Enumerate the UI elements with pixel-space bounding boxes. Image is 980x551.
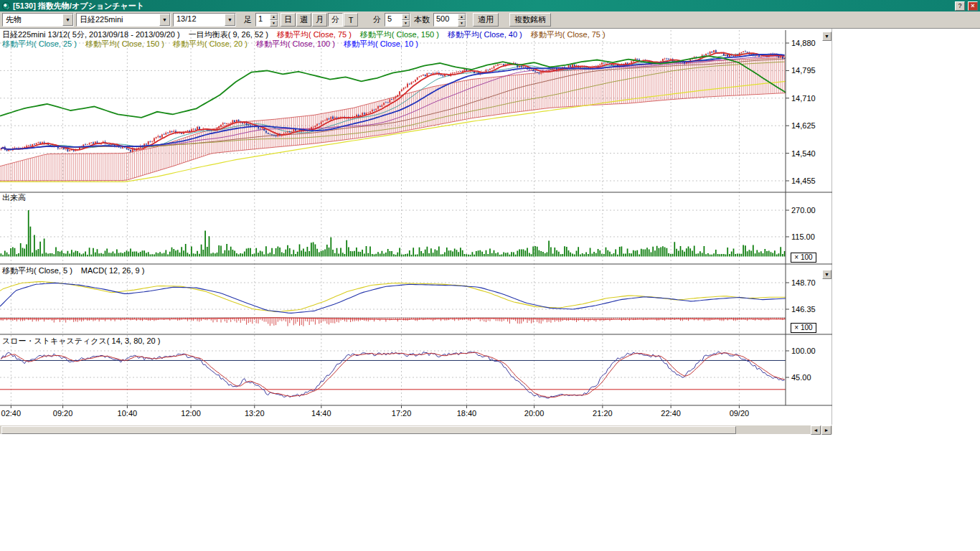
chart-area: 14,88014,79514,71014,62514,54014,455270.…	[0, 29, 832, 425]
bars-label: 本数	[413, 14, 431, 25]
legend-item: 移動平均( Close, 10 )	[344, 39, 418, 48]
price-axis-label: 14,710	[791, 94, 816, 103]
bars-input[interactable]: 500 ▲▼	[433, 13, 466, 27]
chevron-down-icon[interactable]: ▼	[225, 14, 235, 26]
scroll-left-button[interactable]: ◄	[811, 425, 821, 435]
spin-up-icon[interactable]: ▲	[458, 14, 466, 20]
legend-item: 日経225mini 13/12( 5分, 2013/09/18 - 2013/0…	[2, 30, 180, 39]
period-button-週[interactable]: 週	[296, 13, 311, 27]
horizontal-scrollbar[interactable]: ◄ ►	[0, 425, 832, 434]
time-axis-label: 21:20	[593, 409, 613, 418]
price-axis-label: 14,455	[791, 176, 816, 185]
price-axis-label: 14,540	[791, 149, 816, 158]
window-title: [5130] 指数先物/オプションチャート	[13, 1, 952, 11]
chart-canvas[interactable]: 14,88014,79514,71014,62514,54014,455270.…	[0, 29, 832, 425]
price-axis-label: 14,625	[791, 121, 816, 130]
legend-item: MACD( 12, 26, 9 )	[81, 266, 145, 275]
ashi-label: 足	[242, 14, 253, 25]
macd-axis-label: 146.35	[791, 305, 816, 314]
legend-item: 一目均衡表( 9, 26, 52 )	[189, 30, 268, 39]
spin-down-icon[interactable]: ▼	[402, 20, 410, 27]
chart-legend-line1: 日経225mini 13/12( 5分, 2013/09/18 - 2013/0…	[2, 30, 614, 39]
spin-down-icon[interactable]: ▼	[458, 20, 466, 27]
category-select-value: 先物	[3, 14, 62, 26]
period-button-分[interactable]: 分	[328, 13, 343, 27]
time-axis-label: 18:40	[457, 409, 477, 418]
period-button-日[interactable]: 日	[281, 13, 296, 27]
scroll-right-button[interactable]: ►	[821, 425, 831, 435]
time-axis-label: 12:00	[181, 409, 201, 418]
contract-select[interactable]: 13/12 ▼	[173, 13, 236, 27]
apply-button[interactable]: 適用	[473, 13, 499, 27]
scrollbar-thumb[interactable]	[1, 426, 736, 434]
collapse-macd-pane-button[interactable]: ▼	[822, 270, 831, 279]
macd-pane-labels: 移動平均( Close, 5 )MACD( 12, 26, 9 )	[2, 266, 153, 275]
minute-input[interactable]: 5 ▲▼	[385, 13, 410, 27]
time-axis-label: 13:20	[245, 409, 265, 418]
symbol-select[interactable]: 日経225mini ▼	[76, 13, 171, 27]
volume-axis-label: 115.00	[791, 232, 815, 241]
time-axis-label: 09/20	[730, 409, 750, 418]
minute-label: 分	[372, 14, 382, 25]
multi-symbol-button[interactable]: 複数銘柄	[509, 13, 551, 27]
stoch-axis-label: 100.00	[791, 347, 816, 355]
stoch-pane-label: スロー・ストキャスティクス( 14, 3, 80, 20 )	[2, 336, 160, 345]
time-axis-label: 02:40	[1, 409, 22, 418]
help-button[interactable]: ?	[955, 1, 965, 11]
spin-down-icon[interactable]: ▼	[270, 20, 278, 27]
toolbar: 先物 ▼ 日経225mini ▼ 13/12 ▼ 足 1 ▲▼ 日週月分T 分 …	[0, 11, 980, 29]
period-button-月[interactable]: 月	[312, 13, 327, 27]
symbol-select-value: 日経225mini	[77, 14, 159, 26]
time-axis-label: 20:00	[524, 409, 545, 418]
contract-select-value: 13/12	[174, 14, 225, 26]
category-select[interactable]: 先物 ▼	[2, 13, 74, 27]
interval-value: 1	[256, 14, 270, 26]
app-window: [5130] 指数先物/オプションチャート ? × 先物 ▼ 日経225mini…	[0, 0, 980, 551]
spin-up-icon[interactable]: ▲	[270, 14, 278, 20]
period-button-group: 日週月分T	[281, 13, 358, 27]
price-axis-label: 14,880	[791, 39, 816, 47]
legend-item: 移動平均( Close, 100 )	[256, 39, 335, 48]
macd-axis-label: 148.70	[791, 278, 816, 287]
stoch-axis-label: 45.00	[791, 373, 811, 382]
volume-multiplier-label: × 100	[791, 253, 816, 263]
time-axis-label: 22:40	[661, 409, 681, 418]
time-axis-label: 14:40	[311, 409, 331, 418]
period-button-T[interactable]: T	[344, 13, 358, 27]
time-axis-label: 10:40	[118, 409, 138, 418]
macd-multiplier-label: × 100	[791, 323, 816, 333]
legend-item: 移動平均( Close, 40 )	[448, 30, 522, 39]
time-axis-label: 09:20	[53, 409, 73, 418]
chart-legend-line2: 移動平均( Close, 25 )移動平均( Close, 150 )移動平均(…	[2, 39, 427, 48]
app-icon	[2, 2, 10, 10]
legend-item: 移動平均( Close, 75 )	[531, 30, 606, 39]
legend-item: 移動平均( Close, 150 )	[360, 30, 439, 39]
interval-input[interactable]: 1 ▲▼	[255, 13, 278, 27]
chevron-down-icon[interactable]: ▼	[159, 14, 170, 26]
collapse-price-pane-button[interactable]: ▼	[822, 32, 831, 41]
time-axis-label: 17:20	[392, 409, 412, 418]
price-axis-label: 14,795	[791, 66, 816, 75]
spin-up-icon[interactable]: ▲	[402, 14, 410, 20]
bars-value: 500	[434, 14, 458, 26]
volume-pane-label: 出来高	[2, 193, 26, 202]
legend-item: 移動平均( Close, 150 )	[85, 39, 164, 48]
legend-item: 移動平均( Close, 20 )	[173, 39, 248, 48]
legend-item: 移動平均( Close, 25 )	[2, 39, 77, 48]
chevron-down-icon[interactable]: ▼	[62, 14, 73, 26]
close-button[interactable]: ×	[968, 1, 978, 11]
volume-axis-label: 270.00	[791, 206, 816, 215]
window-titlebar: [5130] 指数先物/オプションチャート ? ×	[0, 0, 980, 11]
minute-value: 5	[385, 14, 402, 26]
legend-item: 移動平均( Close, 5 )	[2, 266, 72, 275]
legend-item: 移動平均( Close, 75 )	[277, 30, 352, 39]
